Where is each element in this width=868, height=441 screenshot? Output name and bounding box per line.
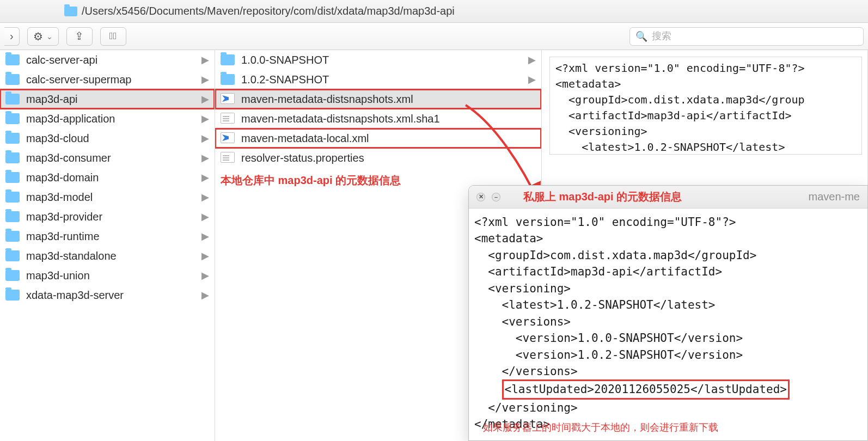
column-1[interactable]: calc-server-api▶calc-server-supermap▶map… (0, 50, 215, 441)
item-label: xdata-map3d-server (26, 289, 124, 302)
close-icon[interactable]: ✕ (476, 193, 485, 201)
tag-icon: ◯⃝ (109, 30, 117, 42)
folder-item-calc-server-supermap[interactable]: calc-server-supermap▶ (0, 70, 215, 89)
item-label: maven-metadata-distsnapshots.xml (241, 93, 413, 106)
folder-item-map3d-standalone[interactable]: map3d-standalone▶ (0, 246, 215, 266)
editor-window: ✕ – 私服上 map3d-api 的元数据信息 maven-me <?xml … (468, 185, 868, 441)
chevron-right-icon: ▶ (201, 171, 209, 183)
file-icon (221, 132, 235, 143)
folder-item-map3d-application[interactable]: map3d-application▶ (0, 109, 215, 128)
chevron-right-icon: ▶ (201, 211, 209, 223)
folder-item-map3d-cloud[interactable]: map3d-cloud▶ (0, 128, 215, 148)
folder-icon (5, 94, 20, 105)
item-label: resolver-status.properties (241, 152, 364, 164)
folder-icon (5, 290, 20, 301)
minimize-icon[interactable]: – (492, 193, 500, 201)
item-label: map3d-union (26, 270, 90, 282)
item-label: calc-server-api (26, 54, 97, 66)
actions-menu-button[interactable]: ⚙ ⌄ (27, 27, 59, 46)
chevron-right-icon: ▶ (201, 270, 209, 281)
folder-icon (221, 54, 235, 65)
path-text: /Users/x5456/Documents/Maven/repository/… (82, 5, 455, 17)
file-item-resolver-status.properties[interactable]: resolver-status.properties (215, 148, 541, 168)
folder-item-map3d-consumer[interactable]: map3d-consumer▶ (0, 148, 215, 168)
file-item-maven-metadata-local.xml[interactable]: maven-metadata-local.xml (215, 128, 541, 148)
item-label: map3d-api (26, 93, 78, 106)
chevron-right-icon: ▶ (201, 113, 209, 125)
item-label: map3d-runtime (26, 230, 100, 243)
xml-lastupdated-highlight: <lastUpdated>20201126055025</lastUpdated… (502, 379, 790, 399)
nav-forward-button[interactable]: › (4, 27, 20, 46)
folder-icon (5, 172, 20, 183)
folder-icon (5, 152, 20, 163)
chevron-right-icon: ▶ (201, 289, 209, 301)
chevron-right-icon: ▶ (201, 250, 209, 262)
folder-icon (221, 74, 235, 85)
share-button[interactable]: ⇪ (66, 27, 93, 46)
folder-icon (5, 74, 20, 85)
item-label: map3d-provider (26, 211, 102, 223)
window-titlebar: /Users/x5456/Documents/Maven/repository/… (0, 0, 868, 23)
search-icon: 🔍 (635, 30, 647, 42)
annotation-local-repo: 本地仓库中 map3d-api 的元数据信息 (221, 173, 401, 188)
chevron-right-icon: ▶ (201, 54, 209, 66)
preview-xml-top: <?xml version="1.0" encoding="UTF-8"?> <… (549, 57, 862, 155)
annotation-remote-repo: 私服上 map3d-api 的元数据信息 (523, 189, 682, 204)
folder-item-1.0.0-SNAPSHOT[interactable]: 1.0.0-SNAPSHOT▶ (215, 50, 541, 70)
item-label: 1.0.2-SNAPSHOT (241, 74, 329, 86)
chevron-right-icon: ▶ (528, 74, 536, 85)
item-label: calc-server-supermap (26, 74, 131, 86)
item-label: 1.0.0-SNAPSHOT (241, 54, 329, 66)
folder-icon (5, 211, 20, 222)
gear-icon: ⚙ (33, 30, 43, 43)
item-label: map3d-domain (26, 171, 99, 184)
chevron-right-icon: › (10, 30, 14, 42)
item-label: map3d-model (26, 191, 93, 204)
chevron-right-icon: ▶ (201, 152, 209, 164)
folder-icon (5, 250, 20, 261)
editor-titlebar[interactable]: ✕ – 私服上 map3d-api 的元数据信息 maven-me (469, 186, 867, 209)
xml-pre: <?xml version="1.0" encoding="UTF-8"?> <… (474, 216, 756, 396)
search-field-wrap[interactable]: 🔍 (629, 27, 864, 46)
folder-item-map3d-provider[interactable]: map3d-provider▶ (0, 207, 215, 226)
file-icon (221, 113, 235, 124)
folder-icon (5, 270, 20, 281)
folder-icon (5, 133, 20, 144)
folder-item-map3d-union[interactable]: map3d-union▶ (0, 266, 215, 285)
item-label: maven-metadata-distsnapshots.xml.sha1 (241, 113, 440, 125)
folder-item-xdata-map3d-server[interactable]: xdata-map3d-server▶ (0, 285, 215, 305)
item-label: map3d-standalone (26, 250, 117, 262)
folder-item-map3d-domain[interactable]: map3d-domain▶ (0, 168, 215, 187)
chevron-right-icon: ▶ (201, 230, 209, 242)
chevron-right-icon: ▶ (201, 191, 209, 203)
chevron-right-icon: ▶ (201, 93, 209, 105)
editor-body[interactable]: <?xml version="1.0" encoding="UTF-8"?> <… (469, 209, 867, 441)
share-icon: ⇪ (75, 29, 84, 42)
folder-item-1.0.2-SNAPSHOT[interactable]: 1.0.2-SNAPSHOT▶ (215, 70, 541, 89)
folder-icon (64, 7, 77, 16)
folder-item-map3d-model[interactable]: map3d-model▶ (0, 187, 215, 207)
file-icon (221, 152, 235, 163)
folder-icon (5, 192, 20, 203)
chevron-right-icon: ▶ (201, 132, 209, 144)
folder-icon (5, 54, 20, 65)
folder-item-map3d-api[interactable]: map3d-api▶ (0, 89, 215, 109)
annotation-footnote: 如果服务器上的时间戳大于本地的，则会进行重新下载 (483, 421, 718, 434)
chevron-down-icon: ⌄ (46, 32, 53, 41)
search-input[interactable] (652, 30, 858, 42)
file-icon (221, 93, 235, 104)
chevron-right-icon: ▶ (528, 54, 536, 66)
editor-title-partial: maven-me (809, 191, 860, 203)
folder-item-map3d-runtime[interactable]: map3d-runtime▶ (0, 226, 215, 246)
item-label: map3d-consumer (26, 152, 111, 164)
file-item-maven-metadata-distsnapshots.xml[interactable]: maven-metadata-distsnapshots.xml (215, 89, 541, 109)
file-item-maven-metadata-distsnapshots.xml.sha1[interactable]: maven-metadata-distsnapshots.xml.sha1 (215, 109, 541, 128)
tags-button[interactable]: ◯⃝ (100, 27, 126, 46)
folder-item-calc-server-api[interactable]: calc-server-api▶ (0, 50, 215, 70)
folder-icon (5, 231, 20, 242)
item-label: map3d-cloud (26, 132, 89, 145)
toolbar: › ⚙ ⌄ ⇪ ◯⃝ 🔍 (0, 23, 868, 50)
folder-icon (5, 113, 20, 124)
item-label: maven-metadata-local.xml (241, 132, 369, 145)
chevron-right-icon: ▶ (201, 74, 209, 85)
